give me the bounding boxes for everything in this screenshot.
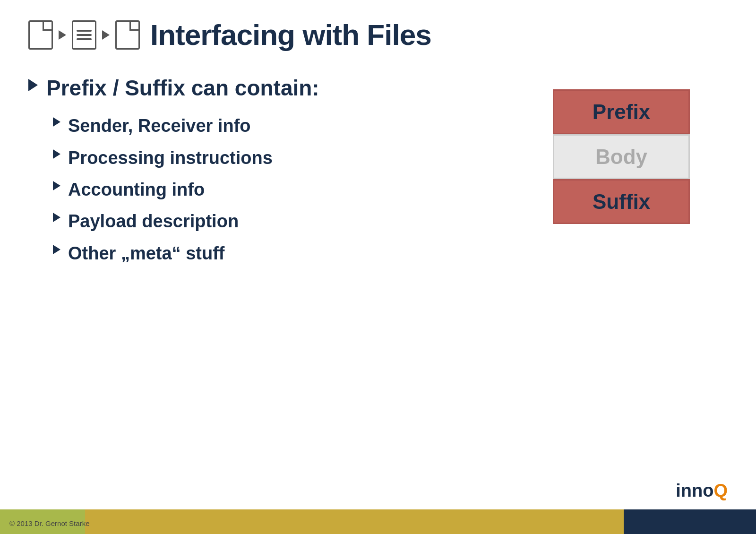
logo-q: Q <box>713 481 728 500</box>
sub-bullet-label-4: Payload description <box>68 210 239 233</box>
file-transfer-icon <box>28 20 140 50</box>
sub-bullet-label-3: Accounting info <box>68 178 205 201</box>
copyright-text: © 2013 Dr. Gernot Starke <box>9 519 89 527</box>
footer-bar-gold <box>85 509 624 534</box>
list-item: Payload description <box>53 210 534 233</box>
doc-line-1 <box>77 30 92 32</box>
arrow-right-icon <box>102 30 110 40</box>
bullet-section: Prefix / Suffix can contain: Sender, Rec… <box>28 75 534 274</box>
main-bullet-label: Prefix / Suffix can contain: <box>46 75 319 101</box>
logo-inno: inno <box>676 481 713 500</box>
sub-bullet-label-1: Sender, Receiver info <box>68 114 251 138</box>
file-left-icon <box>28 20 53 50</box>
footer: © 2013 Dr. Gernot Starke <box>0 509 756 534</box>
sub-bullets-list: Sender, Receiver info Processing instruc… <box>53 114 534 265</box>
list-item: Accounting info <box>53 178 534 201</box>
sub-bullet-arrow-3 <box>53 181 60 190</box>
main-bullet: Prefix / Suffix can contain: <box>28 75 534 101</box>
page-title: Interfacing with Files <box>150 18 431 52</box>
sub-bullet-arrow-4 <box>53 213 60 222</box>
sub-bullet-arrow-5 <box>53 245 60 254</box>
arrow-icon <box>59 30 66 40</box>
footer-bar-dark <box>624 509 756 534</box>
page-header: Interfacing with Files <box>0 0 756 61</box>
diagram-section: Prefix Body Suffix <box>553 89 690 274</box>
main-bullet-arrow <box>28 79 38 91</box>
list-item: Other „meta“ stuff <box>53 242 534 265</box>
list-item: Processing instructions <box>53 146 534 170</box>
sub-bullet-arrow-2 <box>53 149 60 159</box>
suffix-box: Suffix <box>553 179 690 224</box>
doc-line-2 <box>77 34 92 36</box>
sub-bullet-arrow-1 <box>53 117 60 127</box>
innoq-logo: innoQ <box>676 481 728 501</box>
body-box: Body <box>553 134 690 179</box>
list-item: Sender, Receiver info <box>53 114 534 138</box>
doc-center-icon <box>72 20 96 50</box>
sub-bullet-label-5: Other „meta“ stuff <box>68 242 224 265</box>
main-content: Prefix / Suffix can contain: Sender, Rec… <box>0 61 756 274</box>
sub-bullet-label-2: Processing instructions <box>68 146 273 170</box>
file-right-icon <box>115 20 140 50</box>
prefix-box: Prefix <box>553 89 690 134</box>
doc-line-3 <box>77 38 92 40</box>
